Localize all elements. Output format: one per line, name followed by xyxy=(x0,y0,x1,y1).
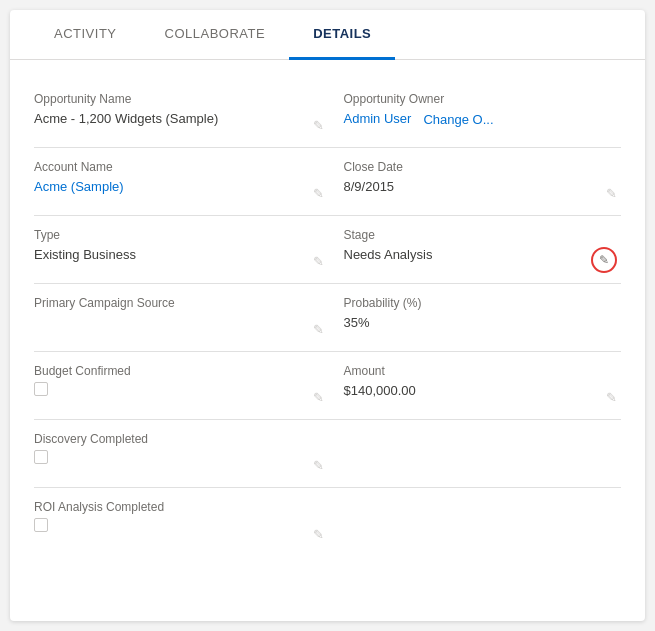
field-budget-confirmed: Budget Confirmed xyxy=(34,352,328,420)
tab-collaborate[interactable]: COLLABORATE xyxy=(141,10,290,60)
edit-opportunity-name-icon[interactable] xyxy=(313,118,324,133)
field-probability: Probability (%) 35% xyxy=(328,284,622,352)
field-roi-analysis-completed: ROI Analysis Completed xyxy=(34,488,328,556)
field-account-name: Account Name Acme (Sample) xyxy=(34,148,328,216)
edit-primary-campaign-icon[interactable] xyxy=(313,322,324,337)
field-close-date: Close Date 8/9/2015 xyxy=(328,148,622,216)
edit-discovery-completed-icon[interactable] xyxy=(313,458,324,473)
field-empty-right-2 xyxy=(328,420,622,488)
roi-analysis-checkbox[interactable] xyxy=(34,518,48,532)
field-opportunity-owner: Opportunity Owner Admin User Change O... xyxy=(328,80,622,148)
edit-roi-analysis-icon[interactable] xyxy=(313,527,324,542)
field-opportunity-name: Opportunity Name Acme - 1,200 Widgets (S… xyxy=(34,80,328,148)
discovery-completed-checkbox[interactable] xyxy=(34,450,48,464)
field-stage: Stage Needs Analysis xyxy=(328,216,622,284)
details-content: Opportunity Name Acme - 1,200 Widgets (S… xyxy=(10,60,645,576)
discovery-completed-checkbox-wrapper xyxy=(34,450,304,464)
edit-stage-icon-circled[interactable] xyxy=(591,247,617,273)
edit-account-name-icon[interactable] xyxy=(313,186,324,201)
edit-type-icon[interactable] xyxy=(313,254,324,269)
pencil-icon xyxy=(599,253,609,267)
detail-card: ACTIVITY COLLABORATE DETAILS Opportunity… xyxy=(10,10,645,621)
fields-grid: Opportunity Name Acme - 1,200 Widgets (S… xyxy=(34,80,621,556)
roi-analysis-checkbox-wrapper xyxy=(34,518,304,532)
field-discovery-completed: Discovery Completed xyxy=(34,420,328,488)
edit-budget-confirmed-icon[interactable] xyxy=(313,390,324,405)
field-amount: Amount $140,000.00 xyxy=(328,352,622,420)
owner-row: Admin User Change O... xyxy=(344,110,622,128)
budget-confirmed-checkbox[interactable] xyxy=(34,382,48,396)
tab-details[interactable]: DETAILS xyxy=(289,10,395,60)
budget-confirmed-checkbox-wrapper xyxy=(34,382,304,396)
tabs-bar: ACTIVITY COLLABORATE DETAILS xyxy=(10,10,645,60)
field-type: Type Existing Business xyxy=(34,216,328,284)
field-empty-right-3 xyxy=(328,488,622,556)
change-owner-link[interactable]: Change O... xyxy=(423,112,493,127)
field-primary-campaign-source: Primary Campaign Source xyxy=(34,284,328,352)
edit-amount-icon[interactable] xyxy=(606,390,617,405)
tab-activity[interactable]: ACTIVITY xyxy=(30,10,141,60)
edit-close-date-icon[interactable] xyxy=(606,186,617,201)
